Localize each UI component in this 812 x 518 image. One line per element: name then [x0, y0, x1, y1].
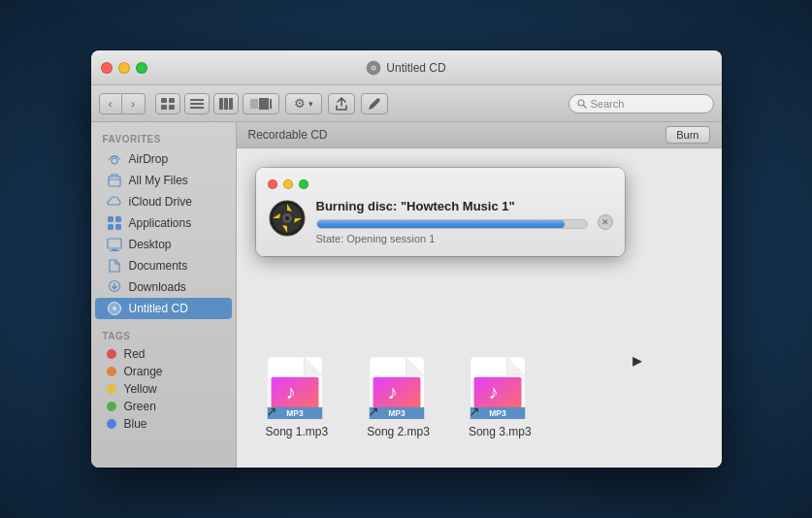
minimize-button[interactable] [118, 62, 130, 74]
song2-icon-wrap: ♪ MP3 ↗ [368, 357, 430, 419]
file-song2[interactable]: ♪ MP3 ↗ Song 2.mp3 [367, 357, 430, 438]
sidebar: Favorites AirDrop [91, 122, 237, 468]
search-placeholder: Search [591, 98, 625, 110]
svg-rect-13 [250, 99, 258, 109]
share-button[interactable] [328, 93, 355, 114]
svg-point-19 [112, 158, 117, 164]
yellow-tag-dot [107, 384, 116, 394]
tag-green[interactable]: Green [95, 398, 232, 415]
sidebar-item-airdrop[interactable]: AirDrop [95, 148, 232, 170]
airdrop-icon [107, 151, 122, 167]
recordable-bar: Recordable CD Burn [237, 122, 722, 148]
list-view-button[interactable] [184, 93, 210, 114]
song1-label: Song 1.mp3 [266, 425, 329, 438]
dialog-minimize-dot[interactable] [283, 179, 293, 189]
file-song3[interactable]: ♪ MP3 ↗ Song 3.mp3 [469, 357, 532, 438]
dialog-close-dot[interactable] [268, 179, 277, 189]
window-title-text: Untitled CD [386, 61, 445, 75]
file-song1[interactable]: ♪ MP3 ↗ Song 1.mp3 [266, 357, 329, 438]
blue-tag-dot [107, 419, 116, 429]
tag-orange[interactable]: Orange [95, 363, 232, 380]
column-view-button[interactable] [213, 93, 239, 114]
edit-icon [368, 97, 381, 111]
action-button[interactable]: ⚙ ▾ [285, 93, 322, 114]
back-button[interactable]: ‹ [99, 93, 122, 114]
all-files-icon [107, 173, 122, 188]
sidebar-item-all-my-files[interactable]: All My Files [95, 170, 232, 191]
edit-button[interactable] [361, 93, 388, 114]
svg-rect-11 [224, 98, 228, 110]
svg-rect-8 [190, 103, 204, 105]
orange-tag-dot [107, 367, 116, 376]
applications-label: Applications [129, 216, 192, 230]
downloads-label: Downloads [129, 280, 186, 294]
burn-button[interactable]: Burn [666, 126, 709, 144]
svg-rect-22 [115, 216, 121, 222]
song2-label: Song 2.mp3 [367, 425, 430, 438]
view-buttons [155, 93, 279, 114]
svg-rect-23 [108, 224, 114, 230]
sidebar-item-desktop[interactable]: Desktop [95, 234, 232, 255]
grid-icon [161, 98, 175, 110]
svg-line-18 [583, 105, 586, 108]
file-area: Burning disc: "Howtech Music 1" State: O… [237, 148, 722, 468]
svg-rect-9 [190, 107, 204, 109]
svg-rect-21 [108, 216, 114, 222]
applications-icon [107, 215, 122, 231]
svg-text:♪: ♪ [285, 380, 295, 403]
green-tag-dot [107, 402, 116, 411]
sidebar-item-applications[interactable]: Applications [95, 212, 232, 234]
song3-label: Song 3.mp3 [469, 425, 532, 438]
list-icon [190, 98, 204, 110]
burn-dialog: Burning disc: "Howtech Music 1" State: O… [256, 168, 625, 256]
dialog-close-button[interactable]: ✕ [598, 214, 613, 230]
toolbar: ‹ › [91, 85, 722, 122]
cover-view-button[interactable] [243, 93, 279, 114]
content-area: Favorites AirDrop [91, 122, 722, 468]
dialog-title: Burning disc: "Howtech Music 1" [316, 199, 588, 213]
untitled-cd-label: Untitled CD [129, 302, 188, 315]
progress-bar-fill [317, 220, 566, 228]
search-bar[interactable]: Search [568, 94, 714, 113]
sidebar-item-documents[interactable]: Documents [95, 255, 232, 276]
tag-blue[interactable]: Blue [95, 415, 232, 433]
dialog-titlebar [268, 179, 613, 189]
tag-yellow[interactable]: Yellow [95, 380, 232, 398]
maximize-button[interactable] [136, 62, 147, 74]
icloud-label: iCloud Drive [129, 195, 192, 209]
svg-text:MP3: MP3 [388, 408, 406, 418]
svg-rect-20 [109, 177, 120, 186]
airdrop-label: AirDrop [129, 152, 169, 166]
all-my-files-label: All My Files [129, 174, 188, 187]
svg-rect-14 [259, 98, 269, 110]
sidebar-item-icloud[interactable]: iCloud Drive [95, 191, 232, 212]
orange-tag-label: Orange [124, 365, 163, 378]
green-tag-label: Green [124, 400, 156, 413]
dialog-maximize-dot[interactable] [299, 179, 309, 189]
downloads-icon [107, 279, 122, 295]
song3-alias-arrow: ↗ [469, 404, 480, 419]
sidebar-item-downloads[interactable]: Downloads [95, 276, 232, 298]
grid-view-button[interactable] [155, 93, 180, 114]
tags-title: Tags [91, 327, 236, 345]
desktop-icon [107, 237, 122, 252]
close-button[interactable] [101, 62, 113, 74]
red-tag-label: Red [124, 347, 146, 361]
svg-text:MP3: MP3 [286, 408, 304, 418]
song2-alias-arrow: ↗ [368, 404, 379, 419]
red-tag-dot [107, 349, 116, 359]
sidebar-item-untitled-cd[interactable]: Untitled CD [95, 298, 232, 319]
documents-icon [107, 258, 122, 274]
progress-bar [316, 219, 588, 229]
window-title: Untitled CD [366, 60, 445, 76]
forward-button[interactable]: › [122, 93, 146, 114]
cover-icon [250, 98, 272, 110]
svg-rect-10 [219, 98, 223, 110]
svg-rect-4 [169, 98, 175, 103]
svg-rect-7 [190, 99, 204, 101]
svg-text:♪: ♪ [489, 380, 499, 403]
svg-rect-3 [161, 98, 167, 103]
tag-red[interactable]: Red [95, 345, 232, 363]
blue-tag-label: Blue [124, 417, 147, 431]
dialog-info: Burning disc: "Howtech Music 1" State: O… [316, 199, 588, 244]
